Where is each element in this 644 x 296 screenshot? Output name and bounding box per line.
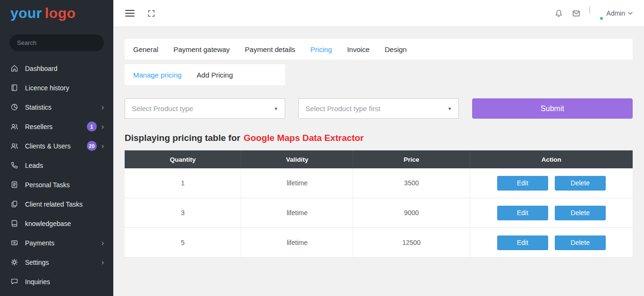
tab-pricing[interactable]: Pricing — [310, 45, 332, 53]
sidebar-item-label: Resellers — [25, 123, 52, 131]
cell-actions: Edit Delete — [470, 228, 633, 257]
hamburger-menu-icon[interactable] — [125, 9, 135, 17]
sidebar-menu: Dashboard Licence history Statistics › R… — [0, 57, 113, 296]
pricing-table-header: Quantity Validity Price Action — [125, 150, 633, 168]
tab-general[interactable]: General — [133, 45, 158, 53]
table-row: 5 lifetime 12500 Edit Delete — [125, 228, 633, 258]
content: General Payment gateway Payment details … — [113, 26, 644, 296]
home-icon — [9, 64, 19, 72]
tab-payment-gateway[interactable]: Payment gateway — [173, 45, 229, 53]
user-name: Admin — [606, 9, 625, 17]
cell-validity: lifetime — [241, 168, 353, 198]
book-icon — [9, 219, 19, 227]
pricing-subtabs: Manage pricing Add Pricing — [125, 64, 285, 85]
select-caret-icon: ▼ — [274, 106, 278, 111]
chevron-right-icon: › — [102, 259, 104, 266]
cell-validity: lifetime — [241, 198, 353, 227]
user-menu[interactable]: Admin — [589, 6, 633, 20]
product-type-select-value: Select Product type — [132, 104, 193, 113]
column-header-validity: Validity — [241, 150, 353, 168]
count-badge: 20 — [87, 141, 97, 151]
copy-icon — [9, 200, 19, 208]
sidebar-item-payments[interactable]: Payments › — [0, 233, 113, 252]
submit-button[interactable]: Submit — [472, 98, 633, 119]
edit-button[interactable]: Edit — [497, 176, 548, 191]
sidebar-item-personal-tasks[interactable]: Personal Tasks — [0, 175, 113, 194]
sidebar-search — [0, 26, 113, 57]
delete-button[interactable]: Delete — [555, 206, 606, 220]
cell-actions: Edit Delete — [470, 168, 633, 198]
app-logo[interactable]: your logo — [0, 0, 113, 26]
sidebar-item-label: Licence history — [25, 84, 69, 92]
sidebar-item-label: Statistics — [25, 104, 51, 111]
pricing-table: Quantity Validity Price Action 1 lifetim… — [125, 150, 633, 258]
product-select-value: Select Product type first — [305, 104, 380, 113]
sidebar-item-label: Client related Tasks — [25, 200, 83, 208]
delete-button[interactable]: Delete — [555, 176, 606, 191]
sidebar-item-label: Settings — [25, 259, 49, 266]
subtab-manage-pricing[interactable]: Manage pricing — [133, 71, 182, 79]
cell-price: 9000 — [353, 198, 470, 227]
journal-icon — [9, 84, 19, 92]
logo-text-your: your — [10, 5, 42, 21]
sidebar-item-label: knowledgebase — [25, 220, 71, 227]
sidebar-item-inquiries[interactable]: Inquiries — [0, 272, 113, 291]
phone-icon — [9, 161, 19, 169]
pie-chart-icon — [9, 103, 19, 111]
tab-invoice[interactable]: Invoice — [347, 45, 370, 53]
chevron-right-icon: › — [102, 123, 104, 131]
settings-tabs: General Payment gateway Payment details … — [125, 39, 633, 60]
search-input[interactable] — [9, 35, 104, 51]
sidebar-item-leads[interactable]: Leads — [0, 156, 113, 175]
chevron-right-icon: › — [102, 239, 104, 247]
edit-button[interactable]: Edit — [497, 235, 548, 250]
select-caret-icon: ▼ — [448, 106, 452, 111]
tasks-icon — [9, 181, 19, 189]
table-row: 1 lifetime 3500 Edit Delete — [125, 168, 633, 198]
users-icon — [9, 122, 19, 131]
cell-price: 12500 — [353, 228, 470, 257]
sidebar-item-knowledgebase[interactable]: knowledgebase — [0, 214, 113, 233]
table-row: 3 lifetime 9000 Edit Delete — [125, 198, 633, 228]
notifications-bell-icon[interactable] — [554, 9, 563, 18]
cell-price: 3500 — [353, 168, 470, 198]
online-status-dot — [599, 16, 604, 21]
sidebar-item-resellers[interactable]: Resellers 1 › — [0, 117, 113, 136]
sidebar-item-label: Payments — [25, 239, 54, 247]
column-header-price: Price — [353, 150, 470, 168]
edit-button[interactable]: Edit — [497, 206, 548, 220]
pricing-table-heading: Displaying pricing table for Google Maps… — [125, 133, 633, 143]
cell-quantity: 1 — [125, 168, 241, 198]
tab-payment-details[interactable]: Payment details — [245, 45, 296, 53]
avatar — [589, 6, 590, 14]
chevron-down-icon — [628, 12, 633, 15]
sidebar-item-label: Leads — [25, 162, 43, 169]
product-select[interactable]: Select Product type first ▼ — [298, 98, 459, 119]
filter-row: Select Product type ▼ Select Product typ… — [125, 98, 633, 119]
sidebar-item-label: Dashboard — [25, 65, 58, 72]
subtab-add-pricing[interactable]: Add Pricing — [197, 71, 233, 79]
product-type-select[interactable]: Select Product type ▼ — [125, 98, 285, 119]
chat-icon — [9, 278, 19, 286]
sidebar-item-settings[interactable]: Settings › — [0, 252, 113, 272]
sidebar-item-clients-users[interactable]: Clients & Users 20 › — [0, 136, 113, 156]
delete-button[interactable]: Delete — [555, 235, 606, 250]
messages-mail-icon[interactable] — [572, 9, 581, 18]
sidebar-item-dashboard[interactable]: Dashboard — [0, 59, 113, 78]
fullscreen-icon[interactable] — [147, 9, 155, 17]
count-badge: 1 — [87, 122, 97, 131]
product-name: Google Maps Data Extractor — [244, 133, 364, 143]
tab-design[interactable]: Design — [385, 45, 407, 53]
users-icon — [9, 142, 19, 150]
sidebar-item-statistics[interactable]: Statistics › — [0, 97, 113, 117]
topbar: Admin — [113, 0, 644, 26]
gear-icon — [9, 258, 19, 266]
wallet-icon — [9, 239, 19, 247]
heading-prefix: Displaying pricing table for — [125, 133, 240, 143]
sidebar-item-client-tasks[interactable]: Client related Tasks — [0, 194, 113, 214]
cell-validity: lifetime — [241, 228, 353, 257]
sidebar-item-label: Personal Tasks — [25, 181, 70, 189]
sidebar: your logo Dashboard Licence history Stat… — [0, 0, 113, 296]
main-area: Admin General Payment gateway Payment de… — [113, 0, 644, 296]
sidebar-item-licence-history[interactable]: Licence history — [0, 78, 113, 97]
